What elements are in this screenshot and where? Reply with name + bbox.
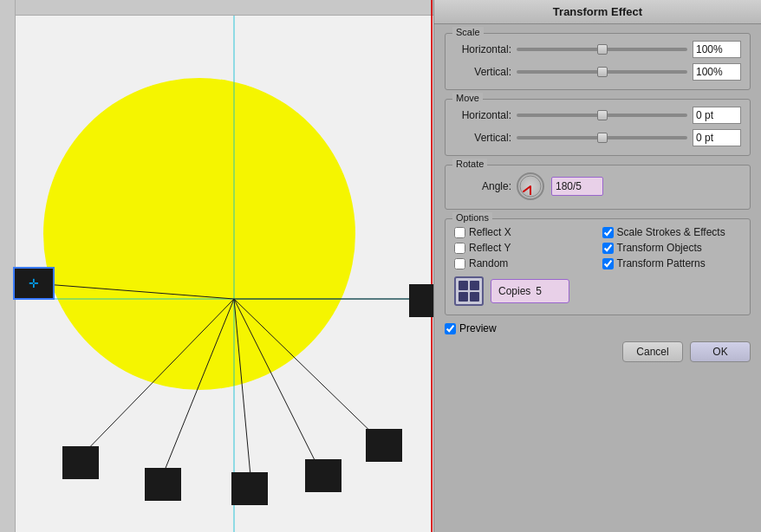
- scale-vertical-thumb[interactable]: [597, 67, 608, 77]
- svg-rect-11: [231, 472, 268, 505]
- random-row: Random: [454, 257, 594, 269]
- canvas-area: ✛: [0, 0, 433, 532]
- random-checkbox[interactable]: [454, 258, 465, 269]
- scale-section: Scale Horizontal: Vertical:: [445, 33, 751, 90]
- reflect-y-checkbox[interactable]: [454, 243, 465, 254]
- ok-button[interactable]: OK: [690, 341, 751, 362]
- transform-objects-label: Transform Objects: [617, 242, 702, 254]
- scale-horizontal-input[interactable]: [693, 41, 741, 58]
- move-horizontal-label: Horizontal:: [454, 109, 517, 121]
- random-label: Random: [469, 257, 508, 269]
- grid-cell-4: [470, 292, 479, 302]
- svg-line-7: [234, 299, 381, 442]
- svg-rect-9: [62, 446, 99, 479]
- rotate-label: Rotate: [452, 159, 487, 169]
- scale-vertical-row: Vertical:: [454, 63, 741, 81]
- rotate-row: Angle:: [454, 172, 741, 200]
- move-horizontal-row: Horizontal:: [454, 107, 741, 124]
- svg-line-2: [34, 283, 234, 299]
- reflect-x-checkbox[interactable]: [454, 227, 465, 238]
- move-vertical-row: Vertical:: [454, 129, 741, 146]
- options-label: Options: [452, 212, 492, 223]
- transform-patterns-checkbox[interactable]: [602, 258, 614, 269]
- reflect-y-row: Reflect Y: [454, 242, 594, 254]
- svg-rect-13: [366, 429, 402, 462]
- options-section: Options Reflect X Scale Strokes & Effect…: [445, 218, 751, 315]
- bottom-options-row: Copies: [454, 276, 741, 306]
- button-row: Cancel OK: [445, 341, 751, 362]
- rotate-section: Rotate Angle:: [445, 165, 751, 210]
- move-horizontal-thumb[interactable]: [597, 110, 608, 120]
- scale-strokes-row: Scale Strokes & Effects: [602, 226, 742, 238]
- svg-line-3: [78, 299, 234, 459]
- transform-patterns-row: Transform Patterns: [602, 257, 742, 269]
- reflect-x-row: Reflect X: [454, 226, 594, 238]
- move-horizontal-slider[interactable]: [517, 114, 687, 117]
- transform-effect-panel: Transform Effect Scale Horizontal: Verti…: [433, 0, 761, 532]
- move-vertical-label: Vertical:: [454, 132, 517, 144]
- preview-label: Preview: [459, 322, 497, 334]
- svg-line-16: [524, 186, 530, 191]
- move-horizontal-input[interactable]: [693, 107, 741, 124]
- canvas-svg: [0, 0, 433, 532]
- move-label: Move: [452, 93, 483, 103]
- reflect-y-label: Reflect Y: [469, 242, 511, 254]
- move-section: Move Horizontal: Vertical:: [445, 99, 751, 156]
- svg-rect-10: [145, 468, 181, 501]
- transform-patterns-label: Transform Patterns: [617, 257, 706, 269]
- svg-point-15: [520, 176, 541, 197]
- scale-strokes-label: Scale Strokes & Effects: [617, 226, 725, 238]
- scale-horizontal-thumb[interactable]: [597, 44, 608, 55]
- cancel-button[interactable]: Cancel: [622, 341, 683, 362]
- grid-icon[interactable]: [454, 276, 484, 306]
- move-vertical-input[interactable]: [693, 129, 741, 146]
- angle-dial[interactable]: [517, 172, 544, 200]
- grid-cell-1: [459, 281, 468, 290]
- svg-line-6: [234, 299, 321, 472]
- transform-objects-row: Transform Objects: [602, 242, 742, 254]
- copies-input[interactable]: [536, 282, 562, 300]
- scale-horizontal-row: Horizontal:: [454, 41, 741, 58]
- rotate-angle-label: Angle:: [454, 180, 517, 192]
- scale-label: Scale: [452, 27, 484, 37]
- selected-object: ✛: [13, 267, 55, 300]
- rotate-angle-input[interactable]: [551, 177, 603, 196]
- center-cross-icon: ✛: [29, 276, 39, 290]
- scale-vertical-slider[interactable]: [517, 70, 687, 74]
- move-vertical-thumb[interactable]: [597, 133, 608, 143]
- preview-checkbox[interactable]: [445, 323, 456, 334]
- svg-line-5: [234, 299, 251, 485]
- grid-cell-3: [459, 292, 468, 302]
- move-vertical-slider[interactable]: [517, 136, 687, 139]
- reflect-x-label: Reflect X: [469, 226, 511, 238]
- svg-rect-12: [305, 459, 341, 492]
- transform-objects-checkbox[interactable]: [602, 243, 614, 254]
- options-grid: Reflect X Scale Strokes & Effects Reflec…: [454, 226, 741, 269]
- grid-cell-2: [470, 281, 479, 290]
- svg-line-4: [160, 299, 234, 481]
- angle-dial-svg: [518, 174, 543, 198]
- copies-label: Copies: [498, 285, 530, 297]
- preview-row: Preview: [445, 322, 751, 334]
- scale-vertical-label: Vertical:: [454, 66, 517, 78]
- scale-horizontal-label: Horizontal:: [454, 43, 517, 55]
- panel-title: Transform Effect: [434, 0, 761, 24]
- scale-strokes-checkbox[interactable]: [602, 227, 614, 238]
- copies-section: Copies: [491, 279, 569, 303]
- svg-rect-14: [409, 284, 433, 317]
- scale-vertical-input[interactable]: [693, 63, 741, 81]
- scale-horizontal-slider[interactable]: [517, 48, 687, 51]
